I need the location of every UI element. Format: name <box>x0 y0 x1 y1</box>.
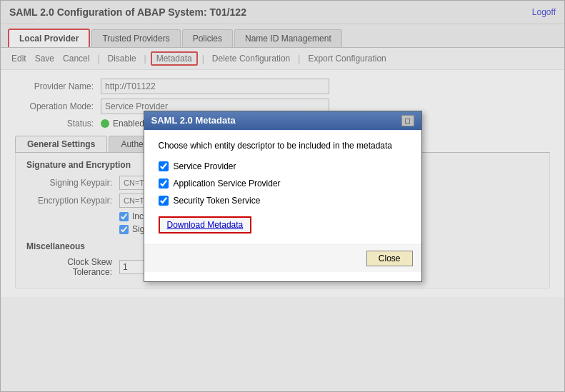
modal-description: Choose which entity descriptor to be inc… <box>159 141 407 151</box>
cb-app-service-provider[interactable] <box>159 179 169 189</box>
cb-app-service-provider-row: Application Service Provider <box>159 179 407 189</box>
cb-service-provider[interactable] <box>159 161 169 171</box>
cb-service-provider-label: Service Provider <box>174 161 236 171</box>
modal-title-bar: SAML 2.0 Metadata □ <box>144 111 421 130</box>
cb-security-token-service-label: Security Token Service <box>174 196 261 206</box>
modal-overlay: SAML 2.0 Metadata □ Choose which entity … <box>1 1 564 391</box>
modal-body: Choose which entity descriptor to be inc… <box>144 130 421 244</box>
modal-close-icon-btn[interactable]: □ <box>401 115 414 126</box>
modal-title: SAML 2.0 Metadata <box>151 115 236 126</box>
cb-security-token-service-row: Security Token Service <box>159 196 407 206</box>
cb-service-provider-row: Service Provider <box>159 161 407 171</box>
cb-app-service-provider-label: Application Service Provider <box>174 179 281 189</box>
modal-dialog: SAML 2.0 Metadata □ Choose which entity … <box>144 111 422 282</box>
download-metadata-button[interactable]: Download Metadata <box>159 216 252 233</box>
close-button[interactable]: Close <box>366 251 413 266</box>
main-window: SAML 2.0 Configuration of ABAP System: T… <box>0 0 565 392</box>
modal-footer: Close <box>144 244 421 272</box>
cb-security-token-service[interactable] <box>159 196 169 206</box>
